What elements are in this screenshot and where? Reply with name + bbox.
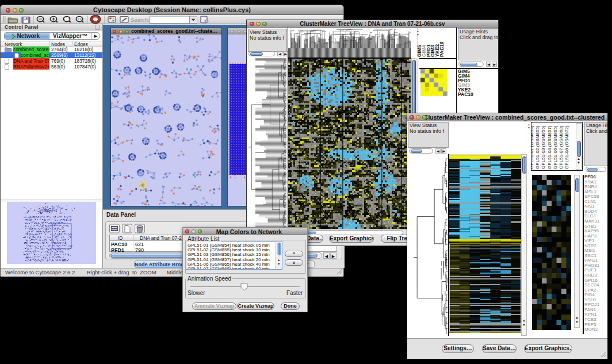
svg-text:1:1: 1:1 [77,18,82,21]
